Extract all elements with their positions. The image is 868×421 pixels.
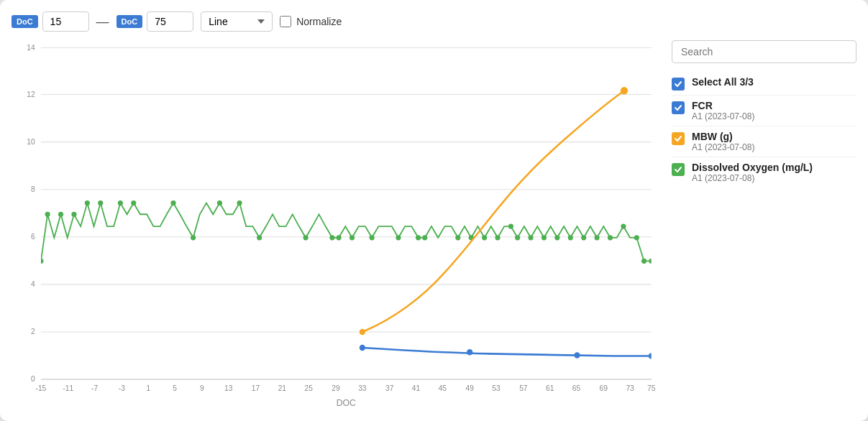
y-tick-8: 8 <box>31 185 35 193</box>
doc-range-right: DoC <box>117 11 194 32</box>
x-tick--3: -3 <box>119 384 125 392</box>
x-tick-73: 73 <box>626 384 634 392</box>
chart-type-select[interactable]: Line Bar Scatter <box>201 11 273 32</box>
x-tick--15: -15 <box>36 384 47 392</box>
doc-badge-right: DoC <box>117 15 143 28</box>
x-tick-9: 9 <box>200 384 204 392</box>
do-dot <box>416 235 421 240</box>
x-axis-label: DOC <box>337 398 356 408</box>
do-dot <box>528 235 533 240</box>
do-dot <box>303 235 309 240</box>
y-tick-2: 2 <box>31 328 35 336</box>
range-separator: — <box>96 14 109 29</box>
fcr-dot-end <box>649 353 654 358</box>
x-tick-69: 69 <box>600 384 608 392</box>
do-dot <box>58 212 63 217</box>
do-dot <box>191 235 196 240</box>
do-dot <box>329 235 334 240</box>
x-tick-21: 21 <box>278 384 287 392</box>
do-dot <box>608 235 613 240</box>
checkmark-icon <box>674 80 682 88</box>
fcr-text: FCR A1 (2023-07-08) <box>692 100 754 121</box>
doc-range-left: DoC <box>12 11 89 32</box>
x-tick-53: 53 <box>492 384 501 392</box>
do-dot <box>131 200 136 205</box>
normalize-checkbox[interactable] <box>280 16 291 27</box>
sidebar: Select All 3/3 FCR A1 (2023-07-08) <box>659 40 856 410</box>
x-tick-61: 61 <box>546 384 554 392</box>
do-dot <box>98 200 103 205</box>
normalize-label: Normalize <box>296 16 342 27</box>
fcr-label: FCR <box>692 100 754 111</box>
main-area: 0 2 4 6 8 10 12 14 -15 -11 -7 -3 1 5 9 1… <box>12 40 856 410</box>
mbw-path <box>362 91 624 332</box>
do-dot <box>508 223 513 228</box>
do-dot <box>554 235 559 240</box>
x-tick-41: 41 <box>412 384 421 392</box>
do-dot <box>455 235 460 240</box>
legend-item-do: Dissolved Oxygen (mg/L) A1 (2023-07-08) <box>672 157 856 188</box>
do-dot <box>634 235 639 240</box>
mbw-dot-start <box>360 329 365 335</box>
fcr-checkmark-icon <box>674 103 682 112</box>
y-tick-14: 14 <box>27 44 35 52</box>
do-dot <box>595 235 600 240</box>
do-dot <box>542 235 547 240</box>
select-all-text: Select All 3/3 <box>692 76 754 88</box>
fcr-path <box>362 348 652 356</box>
fcr-line <box>360 345 654 359</box>
legend-select-all: Select All 3/3 <box>672 72 856 96</box>
toolbar: DoC — DoC Line Bar Scatter Normalize <box>12 11 856 32</box>
y-tick-6: 6 <box>31 233 35 241</box>
doc-input-right[interactable] <box>147 11 193 32</box>
do-dot <box>257 235 262 240</box>
svg-rect-0 <box>41 47 652 379</box>
mbw-checkmark-icon <box>674 134 682 143</box>
dissolved-oxygen-line <box>38 200 654 264</box>
do-dot <box>71 212 76 217</box>
doc-input-left[interactable] <box>42 11 89 32</box>
fcr-dot-start <box>360 345 365 351</box>
do-dot <box>396 235 401 240</box>
do-dot <box>170 200 175 205</box>
fcr-dot-mid1 <box>467 349 472 355</box>
select-all-checkbox[interactable] <box>672 78 685 91</box>
mbw-text: MBW (g) A1 (2023-07-08) <box>692 131 754 152</box>
do-dot <box>621 223 626 228</box>
fcr-dot-mid2 <box>574 352 580 358</box>
do-dot <box>217 200 222 205</box>
doc-badge-left: DoC <box>12 15 38 28</box>
do-dot <box>337 235 342 240</box>
do-label: Dissolved Oxygen (mg/L) <box>692 162 813 173</box>
mbw-line <box>360 87 628 335</box>
do-dot <box>515 235 520 240</box>
do-dot <box>495 235 500 240</box>
y-tick-0: 0 <box>31 375 35 383</box>
fcr-checkbox[interactable] <box>672 101 685 114</box>
chart-area: 0 2 4 6 8 10 12 14 -15 -11 -7 -3 1 5 9 1… <box>12 40 659 410</box>
x-tick-75: 75 <box>647 384 656 392</box>
main-card: DoC — DoC Line Bar Scatter Normalize <box>0 0 868 421</box>
do-checkbox[interactable] <box>672 163 685 176</box>
chart-svg: 0 2 4 6 8 10 12 14 -15 -11 -7 -3 1 5 9 1… <box>12 40 659 410</box>
x-tick--7: -7 <box>91 384 98 392</box>
do-dot <box>38 259 43 264</box>
dissolved-oxygen-polyline <box>41 203 652 262</box>
legend-item-fcr: FCR A1 (2023-07-08) <box>672 96 856 126</box>
legend-item-mbw: MBW (g) A1 (2023-07-08) <box>672 126 856 157</box>
search-input[interactable] <box>672 40 856 63</box>
x-tick-29: 29 <box>332 384 340 392</box>
x-tick-37: 37 <box>385 384 394 392</box>
x-tick-57: 57 <box>519 384 528 392</box>
x-tick-25: 25 <box>304 384 313 392</box>
do-dot <box>422 235 427 240</box>
x-tick-45: 45 <box>439 384 447 392</box>
x-tick-49: 49 <box>465 384 474 392</box>
do-dot <box>350 235 355 240</box>
x-tick-17: 17 <box>252 384 260 392</box>
mbw-sub: A1 (2023-07-08) <box>692 142 754 152</box>
do-dot <box>482 235 487 240</box>
mbw-checkbox[interactable] <box>672 132 685 145</box>
do-dot <box>568 235 573 240</box>
do-checkmark-icon <box>674 165 682 174</box>
